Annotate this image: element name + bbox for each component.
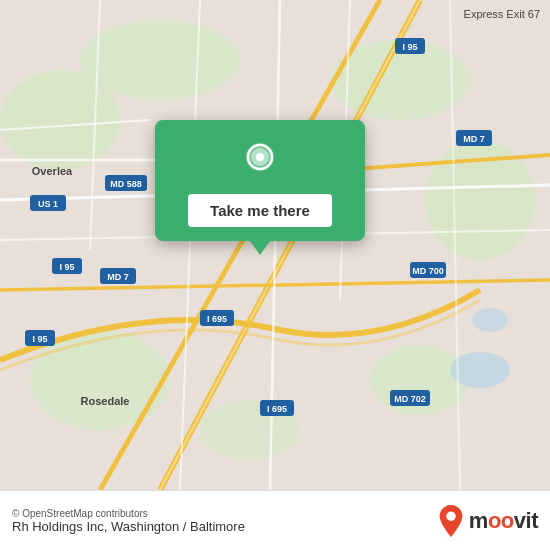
svg-point-9 xyxy=(472,308,508,332)
svg-text:I 95: I 95 xyxy=(32,334,47,344)
location-text: Rh Holdings Inc, Washington / Baltimore xyxy=(12,519,437,534)
map-svg: US 1 I 95 I 95 I 95 MD 7 MD 7 MD 700 MD … xyxy=(0,0,550,490)
svg-text:I 695: I 695 xyxy=(207,314,227,324)
express-exit-label: Express Exit 67 xyxy=(464,8,540,20)
svg-text:US 1: US 1 xyxy=(38,199,58,209)
svg-text:Overlea: Overlea xyxy=(32,165,73,177)
svg-text:MD 7: MD 7 xyxy=(463,134,485,144)
svg-point-51 xyxy=(256,153,264,161)
moovit-brand-text: moovit xyxy=(469,508,538,534)
svg-text:MD 7: MD 7 xyxy=(107,272,129,282)
svg-point-2 xyxy=(80,20,240,100)
take-me-there-button[interactable]: Take me there xyxy=(188,194,332,227)
svg-point-8 xyxy=(450,352,510,388)
osm-credit: © OpenStreetMap contributors xyxy=(12,508,437,519)
svg-text:MD 702: MD 702 xyxy=(394,394,426,404)
moovit-logo: moovit xyxy=(437,504,538,538)
moovit-pin-icon xyxy=(437,504,465,538)
svg-text:I 95: I 95 xyxy=(59,262,74,272)
svg-text:MD 588: MD 588 xyxy=(110,179,142,189)
location-pin-icon xyxy=(238,138,282,182)
popup-card: Take me there xyxy=(155,120,365,241)
map-area: Express Exit 67 xyxy=(0,0,550,490)
svg-text:MD 700: MD 700 xyxy=(412,266,444,276)
svg-point-53 xyxy=(446,511,455,520)
svg-text:Rosedale: Rosedale xyxy=(81,395,130,407)
svg-text:I 695: I 695 xyxy=(267,404,287,414)
bottom-bar: © OpenStreetMap contributors Rh Holdings… xyxy=(0,490,550,550)
svg-text:I 95: I 95 xyxy=(402,42,417,52)
